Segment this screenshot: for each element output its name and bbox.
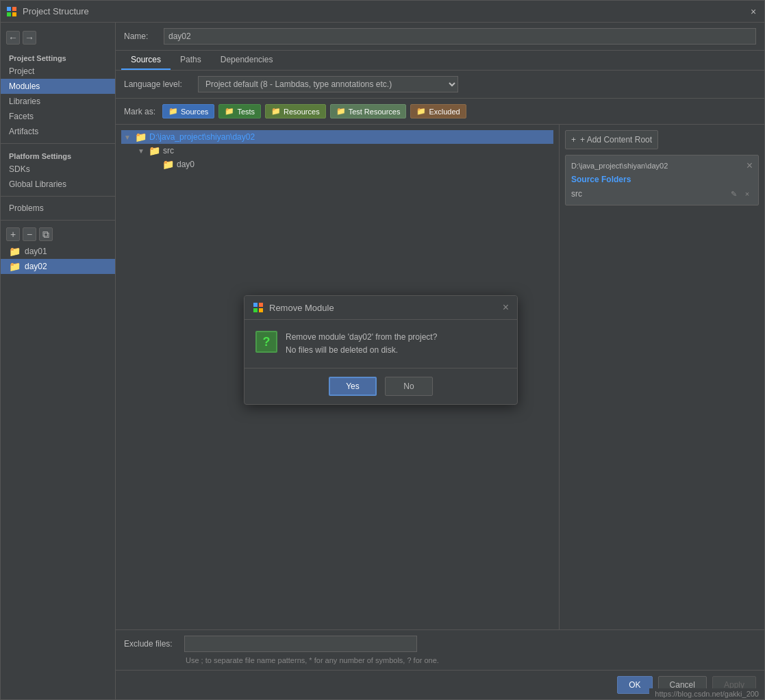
plus-icon: + — [571, 135, 576, 145]
exclude-files-input[interactable] — [184, 636, 417, 652]
dialog-question-icon: ? — [255, 331, 277, 353]
content-root-item: D:\java_project\shiyan\day02 × Source Fo… — [565, 155, 759, 205]
add-module-button[interactable]: + — [6, 227, 20, 241]
root-folder-icon: 📁 — [135, 132, 147, 142]
svg-rect-2 — [7, 12, 11, 16]
tree-item-src[interactable]: ▼ 📁 src — [135, 144, 553, 158]
tabs-bar: Sources Paths Dependencies — [116, 51, 764, 71]
forward-button[interactable]: → — [23, 31, 36, 45]
day0-folder-icon: 📁 — [162, 159, 174, 170]
nav-project[interactable]: Project — [1, 64, 115, 79]
content-root-path: D:\java_project\shiyan\day02 × — [571, 160, 753, 172]
tree-item-root[interactable]: ▼ 📁 D:\java_project\shiyan\day02 — [121, 130, 553, 144]
nav-modules[interactable]: Modules — [1, 79, 115, 94]
module-name-day02: day02 — [25, 262, 47, 271]
mark-test-resources-button[interactable]: 📁 Test Resources — [330, 104, 407, 118]
nav-global-libraries[interactable]: Global Libraries — [1, 177, 115, 192]
name-input[interactable] — [164, 28, 756, 45]
tab-paths[interactable]: Paths — [171, 51, 211, 70]
folder-icon-selected: 📁 — [9, 261, 21, 272]
exclude-hint: Use ; to separate file name patterns, * … — [124, 656, 756, 664]
remove-module-button[interactable]: − — [23, 227, 36, 241]
nav-problems[interactable]: Problems — [1, 201, 115, 216]
language-level-label: Language level: — [124, 79, 192, 89]
nav-sdks[interactable]: SDKs — [1, 162, 115, 177]
source-item: src ✎ × — [571, 187, 753, 201]
svg-rect-3 — [12, 12, 16, 16]
svg-rect-7 — [259, 308, 263, 312]
sidebar-divider — [1, 143, 115, 144]
nav-artifacts[interactable]: Artifacts — [1, 124, 115, 139]
src-folder-icon: 📁 — [149, 145, 160, 156]
project-settings-header: Project Settings — [1, 50, 115, 64]
remove-source-button[interactable]: × — [742, 188, 753, 199]
window-close-button[interactable]: × — [748, 6, 759, 17]
mark-as-label: Mark as: — [124, 107, 155, 116]
resources-folder-icon: 📁 — [271, 107, 281, 116]
edit-source-button[interactable]: ✎ — [728, 188, 739, 199]
tree-item-day0[interactable]: 📁 day0 — [160, 158, 553, 171]
mark-resources-button[interactable]: 📁 Resources — [265, 104, 326, 118]
content-root-panel: + + Add Content Root D:\java_project\shi… — [559, 125, 764, 629]
remove-module-dialog: Remove Module × ? Remove module 'day02' … — [244, 295, 518, 405]
mark-excluded-button[interactable]: 📁 Excluded — [410, 104, 466, 118]
exclude-files-label: Exclude files: — [124, 639, 179, 649]
dialog-close-button[interactable]: × — [503, 301, 509, 314]
tree-root-label: D:\java_project\shiyan\day02 — [149, 132, 255, 142]
module-item-day02[interactable]: 📁 day02 — [1, 259, 115, 274]
svg-rect-0 — [7, 7, 11, 11]
test-resources-folder-icon: 📁 — [336, 107, 346, 116]
svg-rect-4 — [253, 303, 258, 307]
source-item-name: src — [571, 189, 582, 199]
mark-tests-button[interactable]: 📁 Tests — [218, 104, 261, 118]
svg-rect-5 — [259, 303, 263, 307]
module-name-day01: day01 — [25, 247, 47, 256]
excluded-folder-icon: 📁 — [416, 107, 426, 116]
window-title: Project Structure — [23, 6, 748, 16]
svg-rect-6 — [253, 308, 258, 312]
sources-folder-icon: 📁 — [168, 107, 178, 116]
window-icon — [6, 6, 17, 17]
nav-facets[interactable]: Facets — [1, 109, 115, 124]
source-folders-label: Source Folders — [571, 175, 753, 184]
tab-dependencies[interactable]: Dependencies — [211, 51, 283, 70]
svg-rect-1 — [12, 7, 16, 11]
dialog-no-button[interactable]: No — [385, 377, 433, 396]
tab-sources[interactable]: Sources — [121, 51, 171, 70]
dialog-message: Remove module 'day02' from the project? … — [286, 331, 437, 357]
module-list-divider — [1, 220, 115, 221]
tree-day0-label: day0 — [177, 160, 195, 169]
tree-src-label: src — [163, 146, 174, 155]
watermark: https://blog.csdn.net/gakki_200 — [649, 688, 764, 699]
tree-toggle-src: ▼ — [138, 147, 146, 155]
tests-folder-icon: 📁 — [225, 107, 234, 116]
dialog-title-text: Remove Module — [269, 303, 334, 313]
folder-icon: 📁 — [9, 246, 21, 257]
tree-toggle-root: ▼ — [124, 134, 132, 141]
copy-module-button[interactable]: ⧉ — [39, 227, 53, 241]
remove-root-button[interactable]: × — [747, 160, 753, 172]
dialog-yes-button[interactable]: Yes — [329, 377, 377, 396]
name-label: Name: — [124, 32, 158, 41]
mark-sources-button[interactable]: 📁 Sources — [162, 104, 214, 118]
sidebar-divider-2 — [1, 196, 115, 197]
language-level-select[interactable]: Project default (8 - Lambdas, type annot… — [198, 76, 458, 92]
module-item-day01[interactable]: 📁 day01 — [1, 244, 115, 259]
platform-settings-header: Platform Settings — [1, 148, 115, 162]
ok-button[interactable]: OK — [617, 676, 652, 694]
add-content-root-button[interactable]: + + Add Content Root — [565, 130, 658, 149]
nav-libraries[interactable]: Libraries — [1, 94, 115, 109]
back-button[interactable]: ← — [6, 31, 20, 45]
